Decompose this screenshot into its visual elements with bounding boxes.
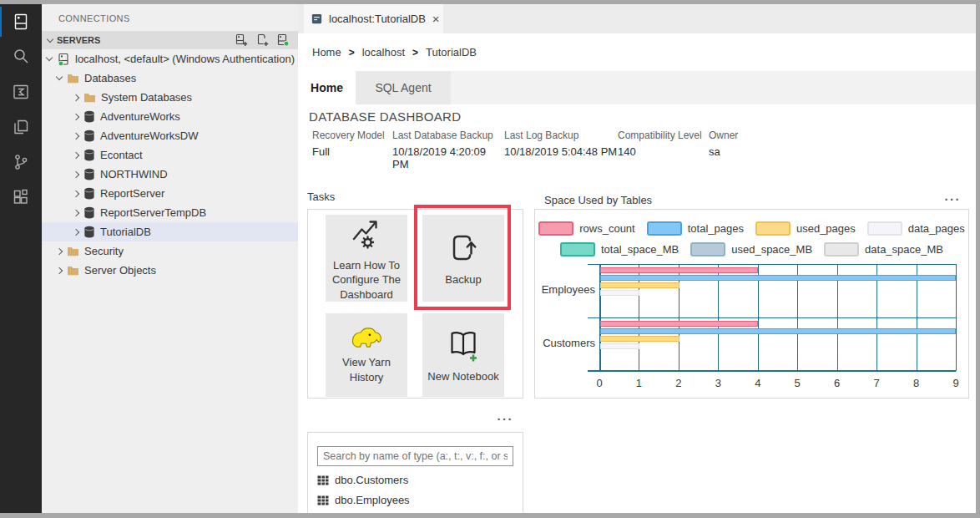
legend-swatch [824, 242, 859, 256]
tree-item-server-objects[interactable]: Server Objects [42, 261, 298, 280]
configure-dashboard-icon [347, 215, 386, 253]
space-panel-title: Space Used by Tables [544, 194, 945, 206]
property-label: Last Database Backup [392, 130, 504, 141]
object-item-dbo-employees[interactable]: dbo.Employees [317, 494, 513, 506]
activity-bar [0, 4, 42, 513]
tree-item-localhost-default-windows-authentication[interactable]: localhost, <default> (Windows Authentica… [42, 49, 298, 69]
tree-item-econtact[interactable]: Econtact [42, 145, 298, 165]
editor-area: localhost:TutorialDB × Home>localhost>Tu… [298, 4, 976, 513]
editor-tab[interactable]: localhost:TutorialDB × [304, 4, 443, 33]
search-widget: ··· dbo.Customersdbo.Employees [307, 405, 523, 513]
tree-item-label: System Databases [101, 91, 192, 104]
object-item-dbo-customers[interactable]: dbo.Customers [317, 474, 513, 486]
bar-slot [600, 366, 956, 372]
gridline [956, 264, 957, 371]
notebooks-icon[interactable] [0, 109, 42, 145]
view-yarn-history-button[interactable]: View Yarn History [326, 313, 407, 397]
chevron-right-icon[interactable] [56, 247, 63, 254]
tree-item-adventureworks[interactable]: AdventureWorks [42, 107, 298, 126]
search-icon[interactable] [0, 39, 42, 74]
folder-icon [67, 265, 79, 276]
more-options-icon[interactable]: ··· [945, 196, 962, 203]
chevron-right-icon[interactable] [73, 94, 79, 100]
tree-item-system-databases[interactable]: System Databases [42, 88, 298, 107]
tab-home[interactable]: Home [298, 71, 356, 104]
breadcrumb-separator: > [349, 47, 355, 58]
chevron-right-icon[interactable] [73, 209, 79, 216]
extensions-icon[interactable] [0, 180, 42, 215]
backup-button[interactable]: Backup [422, 215, 504, 302]
breadcrumb-item-home[interactable]: Home [312, 46, 341, 58]
chevron-right-icon[interactable] [73, 151, 79, 158]
database-properties: Recovery ModelFullLast Database Backup10… [312, 130, 759, 170]
tree-item-label: Security [84, 245, 124, 257]
chart-legend-row-2: total_space_MBused_space_MBdata_space_MB [535, 241, 968, 257]
chevron-down-icon[interactable] [56, 74, 63, 80]
new-connection-icon[interactable] [235, 33, 248, 47]
breadcrumb-item-tutorialdb[interactable]: TutorialDB [426, 46, 477, 58]
legend-item-total-space-mb: total_space_MB [560, 242, 679, 256]
bar-slot [600, 351, 956, 357]
tree-item-reportservertempdb[interactable]: ReportServerTempDB [42, 203, 298, 222]
breadcrumb-item-localhost[interactable]: localhost [362, 46, 405, 58]
bar-used-pages [600, 336, 679, 342]
legend-label: total_pages [688, 222, 744, 235]
legend-item-used-pages: used_pages [755, 221, 856, 236]
new-server-group-icon[interactable] [255, 33, 269, 47]
chevron-right-icon[interactable] [73, 190, 79, 196]
chevron-down-icon [47, 35, 53, 42]
learn-how-to-configure-the-dashboard-button[interactable]: Learn How To Configure The Dashboard [326, 215, 407, 302]
x-tick-label: 1 [636, 377, 642, 389]
x-tick-label: 5 [795, 377, 801, 389]
bar-slot [600, 282, 956, 288]
table-icon [317, 475, 329, 485]
bar-data-pages [600, 290, 639, 296]
space-chart: rows_counttotal_pagesused_pagesdata_page… [534, 209, 969, 399]
property-value: 10/18/2019 4:20:09 PM [392, 145, 504, 170]
legend-item-data-space-mb: data_space_MB [824, 242, 943, 256]
tree-item-security[interactable]: Security [42, 241, 298, 261]
x-tick-label: 9 [952, 377, 958, 389]
sidebar: CONNECTIONS SERVERS localhost, <default>… [42, 4, 298, 513]
bar-total-pages [600, 275, 956, 281]
source-control-icon[interactable] [0, 145, 42, 180]
search-input[interactable] [317, 446, 513, 466]
bar-rows-count [600, 267, 758, 273]
chevron-right-icon[interactable] [73, 113, 79, 119]
legend-item-total-pages: total_pages [647, 221, 744, 236]
tree-item-label: Server Objects [84, 264, 156, 277]
tree-item-tutorialdb[interactable]: TutorialDB [42, 222, 298, 241]
chevron-right-icon[interactable] [73, 132, 79, 139]
servers-section-header[interactable]: SERVERS [42, 31, 298, 49]
tree-item-label: TutorialDB [100, 226, 151, 238]
active-connections-icon[interactable] [276, 33, 290, 47]
tree-item-northwind[interactable]: NORTHWIND [42, 165, 298, 184]
terminal-icon[interactable] [0, 74, 42, 109]
more-options-icon[interactable]: ··· [498, 416, 514, 423]
new-notebook-button[interactable]: New Notebook [422, 313, 504, 397]
database-icon [83, 168, 95, 180]
space-used-panel: Space Used by Tables ··· rows_counttotal… [534, 190, 969, 399]
tree-item-databases[interactable]: Databases [42, 69, 298, 88]
tab-sql-agent[interactable]: SQL Agent [356, 71, 451, 104]
chevron-right-icon[interactable] [56, 267, 63, 273]
connections-icon[interactable] [0, 4, 42, 39]
legend-label: total_space_MB [601, 243, 679, 256]
chevron-right-icon[interactable] [73, 170, 79, 177]
chevron-right-icon[interactable] [73, 228, 79, 235]
task-button-label: View Yarn History [329, 355, 404, 384]
backup-icon [444, 229, 482, 267]
property-label: Owner [709, 130, 759, 141]
chart-band-customers [600, 317, 956, 371]
folder-icon [67, 73, 79, 84]
legend-label: rows_count [579, 222, 634, 235]
close-icon[interactable]: × [432, 13, 440, 25]
tree-item-reportserver[interactable]: ReportServer [42, 184, 298, 203]
tree-item-label: AdventureWorks [100, 110, 180, 123]
object-item-label: dbo.Employees [335, 494, 410, 506]
tree-item-label: Databases [84, 72, 136, 84]
tree-item-adventureworksdw[interactable]: AdventureWorksDW [42, 126, 298, 145]
sidebar-title: CONNECTIONS [42, 4, 298, 31]
x-tick-label: 6 [834, 377, 840, 389]
chevron-down-icon[interactable] [46, 54, 53, 61]
